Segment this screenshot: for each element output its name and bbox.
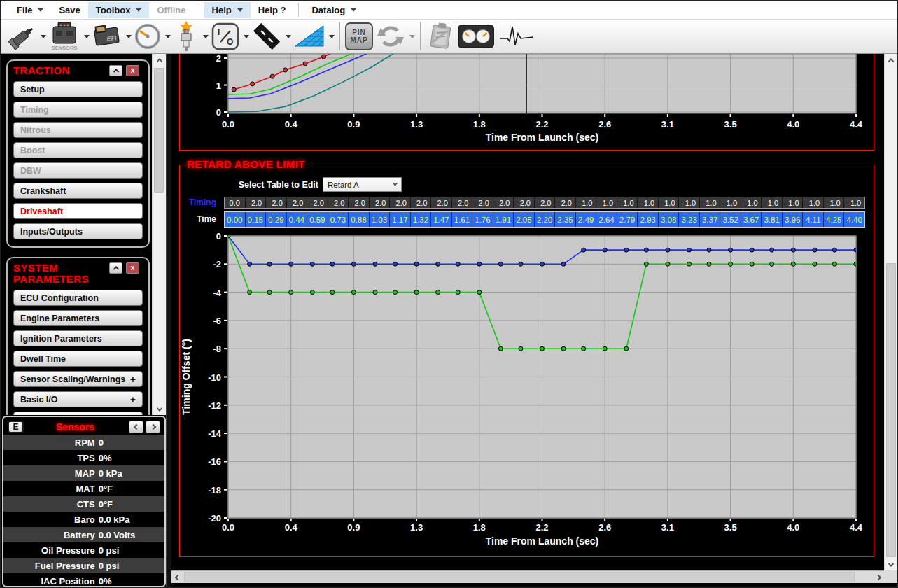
- time-cell[interactable]: 3.23: [679, 212, 700, 227]
- dropdown-arrow-icon[interactable]: [203, 35, 209, 38]
- scroll-up-button[interactable]: [153, 54, 166, 66]
- time-cell[interactable]: 3.96: [783, 212, 804, 227]
- gauge-button[interactable]: [133, 22, 171, 51]
- timing-cell[interactable]: -2.0: [472, 197, 493, 208]
- menu-item-offline[interactable]: Offline: [149, 2, 193, 18]
- scroll-down-button[interactable]: [885, 559, 897, 570]
- time-cell[interactable]: 2.05: [514, 212, 535, 227]
- timing-cell[interactable]: -2.0: [514, 197, 535, 208]
- time-cell[interactable]: 0.44: [287, 212, 308, 227]
- close-button[interactable]: x: [126, 65, 139, 76]
- edit-button[interactable]: E: [8, 421, 24, 433]
- sidebar-button-engine-parameters[interactable]: Engine Parameters: [13, 310, 143, 326]
- scrollbar-thumb[interactable]: [184, 572, 855, 582]
- sidebar-button-sensor-scaling-warnings[interactable]: Sensor Scaling/Warnings+: [13, 371, 143, 387]
- main-vertical-scrollbar[interactable]: [884, 54, 897, 570]
- timing-cell[interactable]: -1.0: [783, 197, 804, 208]
- time-cell[interactable]: 3.08: [659, 212, 680, 227]
- sidebar-button-ignition-parameters[interactable]: Ignition Parameters: [13, 330, 143, 346]
- pin-map-button[interactable]: PIN MAP: [345, 22, 373, 50]
- timing-cell[interactable]: -1.0: [700, 197, 721, 208]
- time-cell[interactable]: 2.20: [535, 212, 556, 227]
- menu-item-help[interactable]: Help ?: [251, 2, 294, 18]
- time-cell[interactable]: 1.17: [390, 212, 411, 227]
- time-cell[interactable]: 0.88: [349, 212, 370, 227]
- time-cell[interactable]: 0.73: [328, 212, 349, 227]
- menu-item-toolbox[interactable]: Toolbox: [88, 2, 150, 18]
- waveform-button[interactable]: [499, 23, 535, 50]
- time-cell[interactable]: 0.15: [246, 212, 267, 227]
- timing-cell[interactable]: -1.0: [638, 197, 659, 208]
- timing-cell[interactable]: -2.0: [555, 197, 576, 208]
- time-cell[interactable]: 3.52: [720, 212, 741, 227]
- main-horizontal-scrollbar[interactable]: [171, 570, 884, 583]
- timing-cell[interactable]: -2.0: [390, 197, 411, 208]
- timing-cell[interactable]: -2.0: [411, 197, 432, 208]
- time-cell[interactable]: 3.81: [762, 212, 783, 227]
- timing-cell[interactable]: -2.0: [349, 197, 370, 208]
- menu-item-file[interactable]: File: [9, 2, 51, 18]
- time-cell[interactable]: 1.32: [411, 212, 432, 227]
- dropdown-arrow-icon[interactable]: [84, 35, 90, 38]
- time-cell[interactable]: 1.03: [370, 212, 391, 227]
- time-cell[interactable]: 4.25: [824, 212, 845, 227]
- timing-cell[interactable]: -1.0: [596, 197, 617, 208]
- sidebar-button-dbw[interactable]: DBW: [13, 162, 143, 178]
- sidebar-button-setup[interactable]: Setup: [13, 81, 143, 97]
- sidebar-button-boost[interactable]: Boost: [13, 142, 143, 158]
- collapse-button[interactable]: [109, 65, 122, 76]
- dash-gauges-button[interactable]: [458, 24, 494, 48]
- scroll-right-button[interactable]: [872, 571, 884, 583]
- timing-cell[interactable]: -1.0: [617, 197, 638, 208]
- timing-cell[interactable]: -1.0: [659, 197, 680, 208]
- sidebar-scrollbar[interactable]: [152, 54, 166, 415]
- dropdown-arrow-icon[interactable]: [165, 35, 171, 38]
- timing-cell[interactable]: -2.0: [452, 197, 473, 208]
- timing-stripe-button[interactable]: [251, 22, 291, 51]
- notes-button[interactable]: [426, 21, 456, 52]
- dropdown-arrow-icon[interactable]: [126, 35, 132, 38]
- timing-cell[interactable]: -2.0: [328, 197, 349, 208]
- timing-cell[interactable]: -2.0: [370, 197, 391, 208]
- scroll-left-button[interactable]: [171, 571, 183, 583]
- dropdown-arrow-icon[interactable]: [286, 35, 291, 38]
- timing-cell[interactable]: -2.0: [307, 197, 328, 208]
- sidebar-button-crankshaft[interactable]: Crankshaft: [13, 183, 143, 199]
- time-cell[interactable]: 4.11: [803, 212, 824, 227]
- sensors-module-button[interactable]: SENSORS: [48, 21, 90, 52]
- timing-cell[interactable]: -1.0: [762, 197, 783, 208]
- timing-cell[interactable]: -1.0: [720, 197, 741, 208]
- time-cell[interactable]: 1.47: [431, 212, 452, 227]
- dropdown-arrow-icon[interactable]: [329, 35, 335, 38]
- scrollbar-thumb[interactable]: [886, 263, 896, 557]
- launch-chart[interactable]: 0.00.40.91.31.82.22.63.13.54.04.4012Time…: [180, 54, 874, 150]
- sidebar-button-dwell-time[interactable]: Dwell Time: [13, 351, 143, 367]
- fuel-injector-button[interactable]: [7, 22, 46, 51]
- timing-cell[interactable]: -1.0: [824, 197, 845, 208]
- time-cell[interactable]: 2.93: [638, 212, 659, 227]
- next-page-button[interactable]: [146, 421, 160, 433]
- timing-cell[interactable]: -2.0: [287, 197, 308, 208]
- timing-cell[interactable]: -1.0: [679, 197, 700, 208]
- collapse-button[interactable]: [109, 262, 122, 274]
- sidebar-button-timing[interactable]: Timing: [13, 102, 143, 118]
- time-cell[interactable]: 0.29: [266, 212, 287, 227]
- time-cell[interactable]: 2.64: [596, 212, 617, 227]
- sidebar-button-ecu-configuration[interactable]: ECU Configuration: [13, 290, 143, 306]
- scroll-down-button[interactable]: [153, 403, 166, 415]
- time-cell[interactable]: 3.67: [741, 212, 762, 227]
- table-select-dropdown[interactable]: Retard A: [323, 177, 402, 192]
- prev-page-button[interactable]: [129, 421, 143, 433]
- timing-cell[interactable]: -1.0: [576, 197, 597, 208]
- close-button[interactable]: x: [126, 262, 139, 274]
- time-cell[interactable]: 2.79: [617, 212, 638, 227]
- menu-item-datalog[interactable]: Datalog: [304, 2, 364, 18]
- time-cell[interactable]: 2.35: [555, 212, 576, 227]
- timing-cell[interactable]: -2.0: [431, 197, 452, 208]
- menu-item-save[interactable]: Save: [51, 2, 87, 18]
- sidebar-button-closed-loop-learn[interactable]: Closed Loop/Learn+: [13, 412, 143, 415]
- time-cell[interactable]: 4.40: [844, 212, 864, 227]
- dropdown-arrow-icon[interactable]: [409, 35, 415, 38]
- retard-chart[interactable]: 0.00.40.91.31.82.22.63.13.54.04.40-2-4-6…: [180, 230, 874, 552]
- time-cell[interactable]: 3.37: [700, 212, 721, 227]
